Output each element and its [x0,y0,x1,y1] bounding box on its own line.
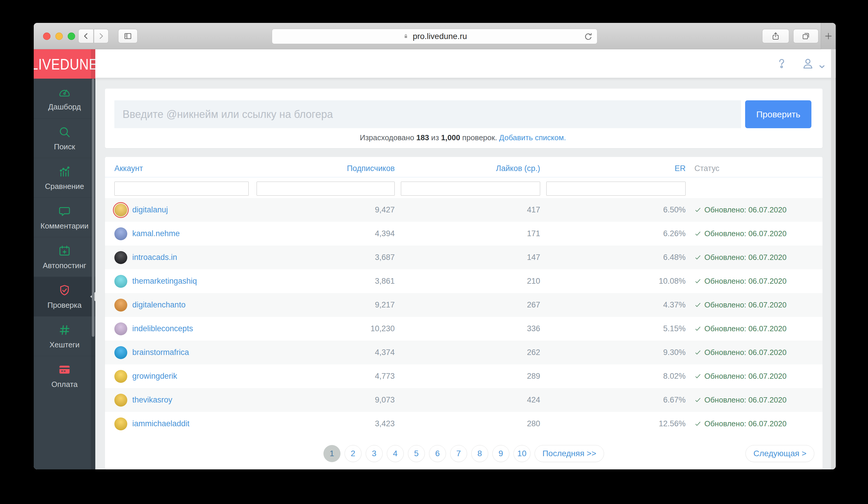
account-link[interactable]: themarketingashiq [132,277,197,286]
reload-button[interactable] [583,31,593,42]
avatar[interactable] [114,418,127,430]
status-text: Обновлено: 06.07.2020 [704,372,786,381]
page-button-2[interactable]: 2 [344,445,362,462]
filter-account-input[interactable] [114,182,249,196]
followers-value: 9,073 [257,395,395,404]
help-button[interactable] [775,57,788,70]
account-link[interactable]: introacads.in [132,253,177,262]
sidebar-item-поиск[interactable]: Поиск [34,118,95,158]
sidebar-toggle-button[interactable] [118,29,137,43]
sidebar-scrollbar[interactable] [91,49,95,470]
address-bar[interactable]: pro.livedune.ru [272,29,597,44]
filter-followers-input[interactable] [257,182,395,196]
page-button-5[interactable]: 5 [408,445,425,462]
app-logo[interactable]: LIVEDUNE [34,49,95,79]
sidebar-item-комментарии[interactable]: Комментарии [34,197,95,237]
status-text: Обновлено: 06.07.2020 [704,229,786,238]
likes-value: 336 [395,324,540,333]
likes-value: 171 [395,229,540,238]
filter-er-input[interactable] [546,182,685,196]
account-link[interactable]: growingderik [132,372,177,381]
page-button-6[interactable]: 6 [429,445,446,462]
sidebar-scrollbar-thumb[interactable] [92,79,94,337]
share-button[interactable] [762,29,789,43]
avatar[interactable] [114,346,127,359]
sidebar-item-label: Сравнение [45,182,84,191]
avatar[interactable] [114,227,127,240]
back-button[interactable] [78,29,94,43]
table-body: digitalanuj 9,427 417 6.50% Обновлено: 0… [105,198,823,436]
window-zoom-button[interactable] [68,33,75,40]
page-scrollbar[interactable] [831,49,836,470]
followers-value: 3,687 [257,253,395,262]
page-button-8[interactable]: 8 [471,445,488,462]
page-button-3[interactable]: 3 [366,445,383,462]
account-link[interactable]: digitalanuj [132,205,168,214]
er-value: 12.56% [540,419,685,428]
table-row: indelibleconcepts 10,230 336 5.15% Обнов… [105,317,823,341]
sidebar-item-проверка[interactable]: Проверка [34,277,95,316]
user-icon [801,57,815,70]
filter-likes-input[interactable] [401,182,540,196]
page-button-1[interactable]: 1 [323,445,340,462]
sidebar-item-дашборд[interactable]: Дашборд [34,79,95,118]
check-button[interactable]: Проверить [745,100,812,128]
sidebar-item-label: Оплата [51,380,78,389]
column-header-account[interactable]: Аккаунт [114,164,257,173]
table-row: themarketingashiq 3,861 210 10.08% Обнов… [105,269,823,293]
avatar[interactable] [114,370,127,383]
chevron-right-icon [96,31,106,41]
page-button-4[interactable]: 4 [387,445,404,462]
status-cell: Обновлено: 06.07.2020 [685,253,813,262]
accounts-table-card: Аккаунт Подписчиков Лайков (ср.) ER Стат… [105,157,823,470]
account-link[interactable]: brainstormafrica [132,348,189,357]
avatar[interactable] [114,299,127,311]
table-row: digitalenchanto 9,217 267 4.37% Обновлен… [105,293,823,317]
page-button-7[interactable]: 7 [450,445,467,462]
er-value: 6.50% [540,205,685,214]
window-close-button[interactable] [43,33,50,40]
likes-value: 280 [395,419,540,428]
page-button-10[interactable]: 10 [514,445,530,462]
forward-button[interactable] [94,29,108,43]
column-header-followers[interactable]: Подписчиков [257,164,395,173]
usage-suffix: проверок. [462,133,497,142]
check-icon [694,207,701,214]
add-list-link[interactable]: Добавить списком. [499,133,566,142]
chevron-down-icon [815,60,823,68]
account-link[interactable]: digitalenchanto [132,300,186,309]
check-icon [694,420,701,428]
new-tab-button[interactable] [821,23,836,49]
column-header-er[interactable]: ER [540,164,685,173]
page-button-9[interactable]: 9 [492,445,509,462]
avatar[interactable] [114,394,127,407]
account-link[interactable]: indelibleconcepts [132,324,193,333]
sidebar-item-автопостинг[interactable]: Автопостинг [34,237,95,277]
sidebar-item-сравнение[interactable]: Сравнение [34,158,95,197]
sidebar-item-хештеги[interactable]: Хештеги [34,316,95,356]
sidebar-item-label: Комментарии [40,222,89,230]
account-link[interactable]: kamal.nehme [132,229,180,238]
account-link[interactable]: iammichaeladdit [132,419,189,428]
account-link[interactable]: thevikasroy [132,395,173,404]
status-text: Обновлено: 06.07.2020 [704,419,786,428]
page-content: Проверить Израсходовано 183 из 1,000 про… [95,78,836,470]
avatar[interactable] [114,204,127,216]
er-value: 9.30% [540,348,685,357]
table-filter-row [105,182,823,196]
blogger-search-input[interactable] [114,100,741,128]
next-page-button[interactable]: Следующая > [745,445,814,462]
sidebar-item-оплата[interactable]: Оплата [34,356,95,395]
usage-prefix: Израсходовано [360,133,414,142]
window-minimize-button[interactable] [55,33,63,40]
account-menu-button[interactable] [801,57,823,70]
column-header-likes[interactable]: Лайков (ср.) [395,164,540,173]
avatar[interactable] [114,322,127,335]
last-page-button[interactable]: Последняя >> [535,445,604,462]
status-cell: Обновлено: 06.07.2020 [685,395,813,404]
avatar[interactable] [114,251,127,264]
status-text: Обновлено: 06.07.2020 [704,277,786,286]
show-tabs-button[interactable] [793,29,818,43]
table-row: digitalanuj 9,427 417 6.50% Обновлено: 0… [105,198,823,222]
avatar[interactable] [114,275,127,288]
